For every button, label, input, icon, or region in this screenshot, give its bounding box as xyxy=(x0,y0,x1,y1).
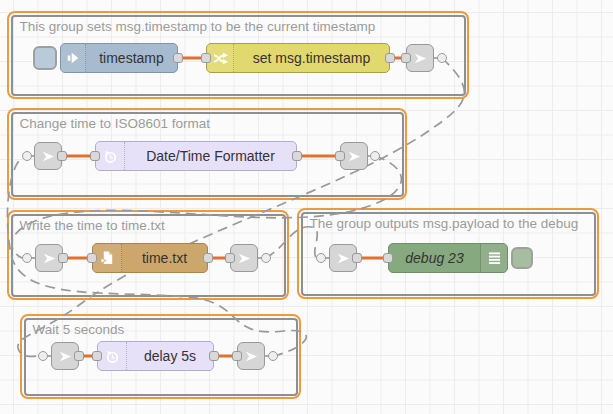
link-arrow-icon xyxy=(42,251,57,266)
node-label: time.txt xyxy=(122,244,207,272)
flow-canvas[interactable]: This group sets msg.timestamp to be the … xyxy=(0,0,613,414)
port-in-linkout[interactable] xyxy=(225,253,235,263)
port-in-linkout[interactable] xyxy=(232,351,242,361)
node-set-msg-timestamp[interactable]: set msg.timestamp xyxy=(206,43,390,73)
port-in-debug[interactable] xyxy=(383,253,393,263)
node-label: timestamp xyxy=(86,44,177,72)
link-port-out-g2[interactable] xyxy=(370,151,380,161)
port-out-inject[interactable] xyxy=(173,53,183,63)
link-arrow-icon xyxy=(413,51,428,66)
port-in-linkout[interactable] xyxy=(335,151,345,161)
port-in-formatter[interactable] xyxy=(90,151,100,161)
link-arrow-icon xyxy=(58,349,73,364)
port-out-file[interactable] xyxy=(203,253,213,263)
port-in-file[interactable] xyxy=(87,253,97,263)
port-out-linkin[interactable] xyxy=(352,253,362,263)
port-out-delay[interactable] xyxy=(209,351,219,361)
clock-icon xyxy=(98,342,127,370)
node-date-time-formatter[interactable]: Date/Time Formatter xyxy=(95,141,297,171)
debug-toggle-button[interactable] xyxy=(511,247,533,269)
node-file-time-txt[interactable]: time.txt xyxy=(92,243,208,273)
node-layer: timestamp set msg.timestamp xyxy=(0,0,613,414)
link-arrow-icon xyxy=(244,349,259,364)
node-delay-5s[interactable]: delay 5s xyxy=(97,341,214,371)
link-arrow-icon xyxy=(347,149,362,164)
link-port-in-g5[interactable] xyxy=(38,351,48,361)
node-label: delay 5s xyxy=(127,342,213,370)
port-out-linkin[interactable] xyxy=(74,351,84,361)
link-arrow-icon xyxy=(336,251,351,266)
node-label: debug 23 xyxy=(389,244,480,272)
port-out-change[interactable] xyxy=(385,53,395,63)
port-out-formatter[interactable] xyxy=(292,151,302,161)
debug-lines-icon xyxy=(480,244,507,272)
port-out-linkin[interactable] xyxy=(57,151,67,161)
port-out-linkin[interactable] xyxy=(58,253,68,263)
file-arrow-icon xyxy=(93,244,122,272)
link-arrow-icon xyxy=(237,251,252,266)
node-label: set msg.timestamp xyxy=(234,44,389,72)
link-port-out-g1[interactable] xyxy=(437,53,447,63)
link-port-in-g4[interactable] xyxy=(316,253,326,263)
inject-arrow-icon xyxy=(61,44,86,72)
inject-trigger-button[interactable] xyxy=(33,46,57,70)
link-port-in-g3[interactable] xyxy=(22,253,32,263)
shuffle-icon xyxy=(207,44,234,72)
node-debug-23[interactable]: debug 23 xyxy=(388,243,508,273)
port-in-delay[interactable] xyxy=(92,351,102,361)
node-label: Date/Time Formatter xyxy=(125,142,296,170)
clock-icon xyxy=(96,142,125,170)
link-port-in-g2[interactable] xyxy=(22,151,32,161)
port-in-linkout[interactable] xyxy=(401,53,411,63)
port-in-change[interactable] xyxy=(201,53,211,63)
link-port-out-g5[interactable] xyxy=(268,351,278,361)
link-arrow-icon xyxy=(41,149,56,164)
link-port-out-g3[interactable] xyxy=(261,253,271,263)
node-inject-timestamp[interactable]: timestamp xyxy=(60,43,178,73)
